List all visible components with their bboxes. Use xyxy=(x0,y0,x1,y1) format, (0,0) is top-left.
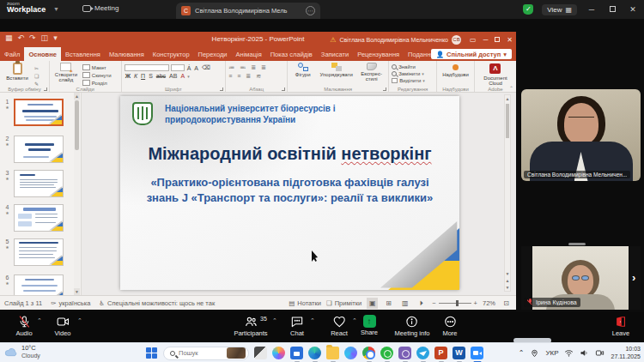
view-button[interactable]: View ▦ xyxy=(542,4,577,15)
chat-button[interactable]: Chat xyxy=(290,315,304,337)
slide-sorter-view-button[interactable]: ⊞ xyxy=(383,298,394,309)
font-dialog-launcher[interactable] xyxy=(220,87,223,91)
tab-draw[interactable]: Малювання xyxy=(105,47,149,61)
ppt-user-avatar[interactable]: СВ xyxy=(452,35,461,45)
new-slide-button[interactable]: Створити слайд xyxy=(52,63,80,82)
next-slide-icon[interactable]: ▼ xyxy=(505,284,510,291)
zoom-app-icon[interactable] xyxy=(471,347,483,359)
warning-icon[interactable]: ⚠ xyxy=(330,36,336,44)
reset-button[interactable]: Скинути xyxy=(82,72,112,78)
ppt-minimize-button[interactable]: ─ xyxy=(483,36,489,44)
document-cloud-button[interactable]: Λ Document Cloud xyxy=(477,63,513,86)
maximize-button[interactable] xyxy=(606,5,618,14)
normal-view-button[interactable]: ▣ xyxy=(367,298,378,309)
clipboard-dialog-launcher[interactable] xyxy=(44,87,47,91)
shadow-button[interactable]: S xyxy=(148,73,154,79)
tab-record[interactable]: Записати xyxy=(317,47,353,61)
ribbon-display-icon[interactable]: ▭ xyxy=(470,36,477,44)
start-button[interactable] xyxy=(146,347,158,359)
addins-button[interactable]: Надбудови xyxy=(440,63,471,77)
paste-button[interactable]: Вставити xyxy=(3,63,32,81)
slide-thumbnail-5[interactable]: 5★ xyxy=(3,238,71,266)
select-button[interactable]: Виділити ▾ xyxy=(392,78,425,83)
slideshow-view-button[interactable]: ⏵ xyxy=(416,298,427,309)
wifi-icon[interactable] xyxy=(564,348,574,358)
word-icon[interactable]: W xyxy=(453,347,465,359)
canvas-scrollbar[interactable]: ▲ ▼ ▲ ▼ xyxy=(504,94,511,292)
participants-options-chevron-icon[interactable]: ⌃ xyxy=(272,317,277,324)
ppt-close-button[interactable]: ✕ xyxy=(507,36,513,44)
participant-video-2[interactable]: Ірина Кудінова xyxy=(521,246,641,310)
location-icon[interactable] xyxy=(530,348,539,358)
audio-button[interactable]: Audio xyxy=(15,315,32,337)
meeting-tab[interactable]: C Світлана Володимирівна Мель ⋯ xyxy=(176,3,320,19)
participant-video-1[interactable]: Світлана Володимирівна Мельничен... xyxy=(521,89,641,181)
zoom-level[interactable]: 72% xyxy=(483,299,495,307)
powerpoint-icon[interactable]: P xyxy=(434,347,447,359)
zoom-in-icon[interactable]: + xyxy=(474,299,477,307)
clear-format-icon[interactable]: ⌫ xyxy=(201,64,211,71)
font-color-icon[interactable]: А xyxy=(179,73,185,79)
copilot-icon[interactable] xyxy=(272,347,285,359)
language-indicator[interactable]: УКР xyxy=(545,349,558,357)
previous-slide-icon[interactable]: ▲ xyxy=(505,277,510,284)
scroll-up-icon[interactable]: ▲ xyxy=(505,95,510,102)
tab-insert[interactable]: Вставлення xyxy=(61,47,105,61)
react-options-chevron-icon[interactable]: ⌃ xyxy=(352,317,357,324)
spellcheck-button[interactable]: ✑українська xyxy=(51,299,90,307)
tab-more-icon[interactable]: ⋯ xyxy=(306,6,315,15)
file-explorer-icon[interactable] xyxy=(326,347,339,359)
alignment-icons[interactable]: ≡ ≡ ≣ ≋ xyxy=(228,73,268,80)
current-slide[interactable]: Національний університет біоресурсів і п… xyxy=(120,96,459,290)
tab-review[interactable]: Рецензування xyxy=(353,47,404,61)
font-size-input[interactable] xyxy=(171,64,185,71)
drawing-dialog-launcher[interactable] xyxy=(383,87,386,91)
find-button[interactable]: Знайти xyxy=(392,64,425,69)
meeting-info-button[interactable]: Meeting info xyxy=(395,315,430,337)
camera-in-use-icon[interactable] xyxy=(595,348,605,358)
taskbar-search[interactable] xyxy=(163,347,249,360)
video-button[interactable]: Video xyxy=(54,315,70,337)
scroll-down-icon[interactable]: ▼ xyxy=(74,288,80,295)
close-button[interactable]: ✕ xyxy=(627,5,639,14)
slide-thumbnail-2[interactable]: 2★ xyxy=(3,136,71,163)
thumbnail-image[interactable] xyxy=(14,99,64,126)
quick-styles-button[interactable]: Експрес-стилі xyxy=(357,63,386,81)
tab-home[interactable]: Основне xyxy=(24,47,60,61)
notes-button[interactable]: ▤Нотатки xyxy=(289,299,321,307)
tab-animations[interactable]: Анімація xyxy=(232,47,266,61)
copy-icon[interactable]: ❏ xyxy=(34,73,39,79)
share-screen-button[interactable]: ↑ Share xyxy=(361,315,378,336)
photos-icon[interactable] xyxy=(344,347,357,359)
shapes-button[interactable]: Фігури xyxy=(290,63,315,77)
scroll-up-icon[interactable]: ▲ xyxy=(74,93,80,100)
arrange-button[interactable]: Упорядкувати xyxy=(318,63,355,77)
audio-options-chevron-icon[interactable]: ⌃ xyxy=(37,317,42,324)
grow-font-icon[interactable]: А́ xyxy=(186,65,192,71)
layout-button[interactable]: Макет xyxy=(82,64,112,70)
search-input[interactable] xyxy=(179,349,223,357)
task-view-button[interactable] xyxy=(254,347,267,359)
slide-thumbnail-4[interactable]: 4★ xyxy=(3,204,71,232)
meeting-menu[interactable]: Meeting xyxy=(82,4,118,12)
slide-thumbnail-3[interactable]: 3★ xyxy=(3,170,71,197)
taskbar-clock[interactable]: 10:03 27.11.2025 xyxy=(611,346,641,360)
comments-button[interactable]: ❑Примітки xyxy=(326,299,361,307)
microsoft-store-icon[interactable] xyxy=(290,347,303,359)
chrome-icon[interactable] xyxy=(362,347,375,359)
next-participants-chevron-icon[interactable]: › xyxy=(632,271,635,284)
edge-icon[interactable] xyxy=(308,347,321,359)
reading-view-button[interactable]: ▥ xyxy=(399,298,410,309)
cut-icon[interactable]: ✂ xyxy=(34,65,39,71)
zoom-slider-thumb[interactable] xyxy=(456,300,459,306)
video-options-chevron-icon[interactable]: ⌃ xyxy=(77,317,82,324)
zoom-out-icon[interactable]: − xyxy=(432,299,435,307)
scrollbar-thumb[interactable] xyxy=(75,100,79,150)
shrink-font-icon[interactable]: А xyxy=(193,65,199,71)
strikethrough-button[interactable]: abc xyxy=(155,73,167,79)
scrollbar-thumb[interactable] xyxy=(506,104,509,138)
tab-slideshow[interactable]: Показ слайдів xyxy=(266,47,317,61)
paragraph-dialog-launcher[interactable] xyxy=(282,87,285,91)
underline-button[interactable]: П xyxy=(140,73,146,79)
char-spacing-icon[interactable]: АВ xyxy=(168,73,178,79)
